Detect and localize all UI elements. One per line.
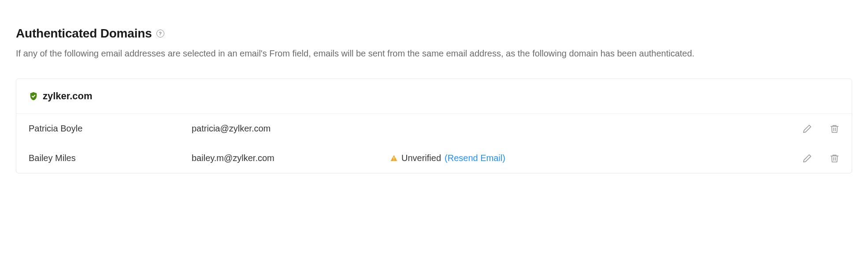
svg-rect-1	[393, 160, 394, 161]
svg-rect-0	[393, 157, 394, 159]
unverified-label: Unverified	[401, 153, 441, 163]
page-title: Authenticated Domains	[16, 26, 152, 41]
delete-icon[interactable]	[830, 124, 839, 134]
help-icon[interactable]: ?	[156, 30, 164, 38]
status-cell: Unverified (Resend Email)	[390, 153, 802, 163]
user-email: patricia@zylker.com	[192, 124, 390, 134]
warning-icon	[390, 154, 398, 162]
domain-name: zylker.com	[43, 90, 93, 102]
shield-check-icon	[29, 91, 38, 101]
edit-icon[interactable]	[802, 154, 812, 163]
resend-email-link[interactable]: (Resend Email)	[445, 153, 505, 163]
delete-icon[interactable]	[830, 154, 839, 163]
user-name: Patricia Boyle	[29, 124, 192, 134]
domain-header: zylker.com	[16, 79, 852, 114]
domain-card: zylker.com Patricia Boyle patricia@zylke…	[16, 79, 852, 173]
page-description: If any of the following email addresses …	[16, 46, 835, 61]
table-row: Patricia Boyle patricia@zylker.com	[16, 114, 852, 143]
user-email: bailey.m@zylker.com	[192, 153, 390, 163]
edit-icon[interactable]	[802, 124, 812, 134]
user-name: Bailey Miles	[29, 153, 192, 163]
table-row: Bailey Miles bailey.m@zylker.com Unverif…	[16, 143, 852, 173]
